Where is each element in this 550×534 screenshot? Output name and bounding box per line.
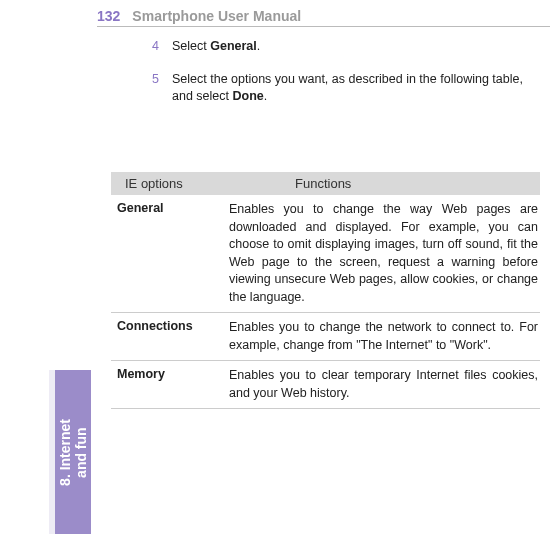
table-row: Memory Enables you to clear temporary In… xyxy=(111,361,540,409)
section-tab-label: 8. Internet and fun xyxy=(57,419,89,486)
table-row: Connections Enables you to change the ne… xyxy=(111,313,540,361)
step-suffix: . xyxy=(264,89,267,103)
table-option: Memory xyxy=(117,367,229,402)
header-rule xyxy=(97,26,550,27)
table-row: General Enables you to change the way We… xyxy=(111,195,540,313)
manual-title: Smartphone User Manual xyxy=(132,8,301,24)
section-tab-line1: 8. Internet xyxy=(57,419,73,486)
table-option: General xyxy=(117,201,229,306)
step-number: 4 xyxy=(152,38,162,55)
step-bold: General xyxy=(210,39,257,53)
step-prefix: Select the options you want, as describe… xyxy=(172,72,523,103)
step-bold: Done xyxy=(232,89,263,103)
table-option: Connections xyxy=(117,319,229,354)
step-text: Select the options you want, as describe… xyxy=(172,71,540,105)
table-header-row: IE options Functions xyxy=(111,172,540,195)
table-function: Enables you to change the way Web pages … xyxy=(229,201,538,306)
table-header-functions: Functions xyxy=(240,176,536,191)
instruction-steps: 4 Select General. 5 Select the options y… xyxy=(152,38,540,121)
page-number: 132 xyxy=(97,8,120,24)
instruction-step: 4 Select General. xyxy=(152,38,540,55)
table-function: Enables you to clear temporary Internet … xyxy=(229,367,538,402)
table-header-options: IE options xyxy=(125,176,240,191)
step-suffix: . xyxy=(257,39,260,53)
page-header: 132 Smartphone User Manual xyxy=(97,8,550,24)
instruction-step: 5 Select the options you want, as descri… xyxy=(152,71,540,105)
step-text: Select General. xyxy=(172,38,260,55)
ie-options-table: IE options Functions General Enables you… xyxy=(111,172,540,409)
step-prefix: Select xyxy=(172,39,210,53)
section-tab-line2: and fun xyxy=(73,427,89,478)
table-function: Enables you to change the network to con… xyxy=(229,319,538,354)
section-tab: 8. Internet and fun xyxy=(55,370,91,534)
step-number: 5 xyxy=(152,71,162,105)
